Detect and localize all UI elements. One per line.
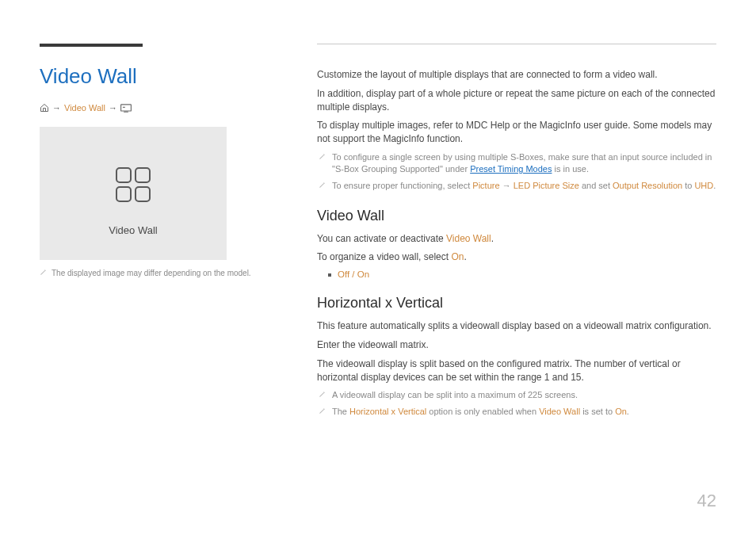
intro-p: In addition, display part of a whole pic… [317,87,716,114]
page-title: Video Wall [40,64,269,89]
svg-rect-0 [121,104,132,110]
term: On [615,407,627,416]
term: UHD [694,181,713,190]
option-list: Off / On [317,269,716,279]
pencil-icon [319,391,326,398]
section-rule [40,44,143,47]
term: Output Resolution [613,181,682,190]
arrow-icon: → [52,103,61,113]
note-text: A videowall display can be split into a … [332,389,716,401]
note-text: . [713,181,716,190]
option-item: Off / On [338,269,369,279]
term: Picture [472,181,499,190]
note-text: and set [579,181,613,190]
note-text: is in use. [552,164,588,174]
preset-timing-link[interactable]: Preset Timing Modes [470,164,552,174]
pencil-icon [319,153,326,160]
term: Video Wall [446,233,491,244]
note-sbox: To configure a single screen by using mu… [317,151,716,175]
note-text: To ensure proper functioning, select [332,181,472,190]
pencil-icon [319,407,326,415]
body-p: This feature automatically splits a vide… [317,319,716,333]
note-text: option is only enabled when [426,407,539,416]
note-text: The displayed image may differ depending… [52,268,251,278]
breadcrumb-item: Video Wall [64,103,105,113]
note-max-screens: A videowall display can be split into a … [317,389,716,401]
term: Video Wall [539,407,580,416]
body-p: The videowall display is split based on … [317,357,716,384]
section-heading-hv: Horizontal x Vertical [317,295,716,311]
term: Horizontal x Vertical [349,407,426,416]
breadcrumb: → Video Wall → [40,103,269,113]
grid-icon [116,167,151,202]
term: LED Picture Size [514,181,579,190]
note-text: is set to [580,407,615,416]
note-text: The [332,407,349,416]
intro-p: To display multiple images, refer to MDC… [317,119,716,146]
pencil-icon [319,182,326,189]
body-p: To organize a video wall, select On. [317,250,716,264]
body-p: Enter the videowall matrix. [317,338,716,352]
left-column: Video Wall → Video Wall → Video Wall The… [40,44,269,422]
section-heading-vw: Video Wall [317,208,716,224]
note-text: → [500,181,514,190]
pencil-icon [40,269,47,276]
right-column: Customize the layout of multiple display… [317,44,716,422]
model-note: The displayed image may differ depending… [40,268,269,278]
term: On [451,251,464,262]
note-resolution: To ensure proper functioning, select Pic… [317,180,716,192]
body-p: You can activate or deactivate Video Wal… [317,232,716,246]
ui-mock-label: Video Wall [109,224,157,236]
note-text: to [682,181,694,190]
intro-p: Customize the layout of multiple display… [317,68,716,82]
home-icon [40,103,49,113]
arrow-icon: → [109,103,117,113]
note-hv-enabled: The Horizontal x Vertical option is only… [317,406,716,418]
page-number: 42 [697,491,716,511]
screen-icon [120,104,132,113]
note-text: . [627,407,629,416]
ui-mock: Video Wall [40,127,227,260]
